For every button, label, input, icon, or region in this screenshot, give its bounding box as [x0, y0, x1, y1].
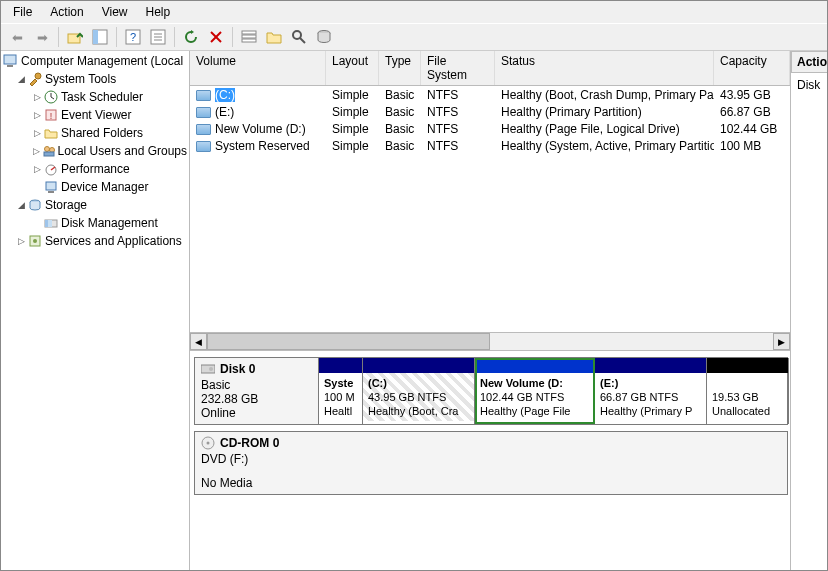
users-icon: [42, 144, 56, 158]
up-button[interactable]: [63, 25, 87, 49]
col-fs[interactable]: File System: [421, 51, 495, 85]
expand-icon[interactable]: ▷: [31, 164, 43, 174]
performance-icon: [43, 162, 59, 176]
cdrom-icon: [201, 436, 215, 450]
volume-row[interactable]: (C:)SimpleBasicNTFSHealthy (Boot, Crash …: [190, 86, 790, 103]
disk-0-row[interactable]: Disk 0 Basic 232.88 GB Online Syste100 M…: [194, 357, 788, 425]
main-pane: Volume Layout Type File System Status Ca…: [190, 51, 791, 570]
expand-icon[interactable]: ▷: [31, 146, 42, 156]
volume-row[interactable]: New Volume (D:)SimpleBasicNTFSHealthy (P…: [190, 120, 790, 137]
tree-local-users[interactable]: Local Users and Groups: [56, 144, 189, 158]
partition[interactable]: New Volume (D:102.44 GB NTFSHealthy (Pag…: [475, 358, 595, 424]
partition[interactable]: 19.53 GBUnallocated: [707, 358, 789, 424]
volume-list-header[interactable]: Volume Layout Type File System Status Ca…: [190, 51, 790, 86]
disk-0-info[interactable]: Disk 0 Basic 232.88 GB Online: [195, 358, 319, 424]
refresh-icon: [183, 29, 199, 45]
properties-button[interactable]: [146, 25, 170, 49]
partition[interactable]: (C:)43.95 GB NTFSHealthy (Boot, Cra: [363, 358, 475, 424]
svg-rect-35: [48, 220, 52, 227]
col-status[interactable]: Status: [495, 51, 714, 85]
device-manager-icon: [43, 180, 59, 194]
menu-view[interactable]: View: [94, 3, 136, 21]
disk-0-basic: Basic: [201, 378, 312, 392]
expand-icon[interactable]: ▷: [15, 236, 27, 246]
svg-text:!: !: [50, 111, 53, 121]
cdrom-name: CD-ROM 0: [220, 436, 279, 450]
back-button[interactable]: ⬅: [5, 25, 29, 49]
tree-shared-folders[interactable]: Shared Folders: [59, 126, 145, 140]
col-type[interactable]: Type: [379, 51, 421, 85]
cdrom-line2: No Media: [201, 476, 313, 490]
svg-rect-13: [242, 39, 256, 42]
cancel-button[interactable]: [204, 25, 228, 49]
volume-icon: [196, 124, 211, 135]
menu-help[interactable]: Help: [138, 3, 179, 21]
expand-icon[interactable]: ▷: [31, 110, 43, 120]
tree-storage[interactable]: Storage: [43, 198, 89, 212]
tree-pane[interactable]: Computer Management (Local ◢ System Tool…: [1, 51, 190, 570]
svg-rect-34: [45, 220, 48, 227]
help-icon: ?: [125, 29, 141, 45]
volume-icon: [196, 141, 211, 152]
show-hide-tree-button[interactable]: [88, 25, 112, 49]
partition[interactable]: (E:)66.87 GB NTFSHealthy (Primary P: [595, 358, 707, 424]
collapse-icon[interactable]: ◢: [15, 74, 27, 84]
open-button[interactable]: [262, 25, 286, 49]
tree-task-scheduler[interactable]: Task Scheduler: [59, 90, 145, 104]
svg-point-37: [33, 239, 37, 243]
computer-management-window: File Action View Help ⬅ ➡ ?: [0, 0, 828, 571]
help-button[interactable]: ?: [121, 25, 145, 49]
settings-button[interactable]: [237, 25, 261, 49]
tree-performance[interactable]: Performance: [59, 162, 132, 176]
find-button[interactable]: [287, 25, 311, 49]
disk-cylinder-icon: [316, 29, 332, 45]
tree-disk-management[interactable]: Disk Management: [59, 216, 160, 230]
expand-icon[interactable]: ▷: [31, 92, 43, 102]
svg-rect-30: [46, 182, 56, 190]
tree-services[interactable]: Services and Applications: [43, 234, 184, 248]
col-volume[interactable]: Volume: [190, 51, 326, 85]
svg-rect-18: [7, 65, 13, 67]
col-layout[interactable]: Layout: [326, 51, 379, 85]
cdrom-row[interactable]: CD-ROM 0 DVD (F:) No Media: [194, 431, 788, 495]
nav-tree[interactable]: Computer Management (Local ◢ System Tool…: [1, 52, 189, 250]
volume-row[interactable]: System ReservedSimpleBasicNTFSHealthy (S…: [190, 137, 790, 154]
volume-rows[interactable]: (C:)SimpleBasicNTFSHealthy (Boot, Crash …: [190, 86, 790, 332]
menu-action[interactable]: Action: [42, 3, 91, 21]
actions-disk-link[interactable]: Disk: [791, 73, 827, 97]
svg-rect-11: [242, 31, 256, 34]
cdrom-partitions: [319, 432, 787, 494]
hscrollbar[interactable]: ◀ ▶: [190, 332, 790, 350]
forward-button[interactable]: ➡: [30, 25, 54, 49]
collapse-icon[interactable]: ◢: [15, 200, 27, 210]
expand-icon[interactable]: ▷: [31, 128, 43, 138]
forward-arrow-icon: ➡: [37, 30, 48, 45]
volume-row[interactable]: (E:)SimpleBasicNTFSHealthy (Primary Part…: [190, 103, 790, 120]
partition[interactable]: Syste100 MHealtl: [319, 358, 363, 424]
actions-pane: Actio Disk: [791, 51, 827, 570]
scroll-left-icon[interactable]: ◀: [190, 333, 207, 350]
cdrom-info[interactable]: CD-ROM 0 DVD (F:) No Media: [195, 432, 319, 494]
hard-disk-icon: [201, 362, 215, 376]
tree-root[interactable]: Computer Management (Local: [19, 54, 185, 68]
properties-icon: [150, 29, 166, 45]
tree-device-manager[interactable]: Device Manager: [59, 180, 150, 194]
col-capacity[interactable]: Capacity: [714, 51, 790, 85]
tree-system-tools[interactable]: System Tools: [43, 72, 118, 86]
refresh-button[interactable]: [179, 25, 203, 49]
tree-event-viewer[interactable]: Event Viewer: [59, 108, 133, 122]
scroll-track[interactable]: [207, 333, 773, 350]
toolbar-separator: [116, 27, 117, 47]
menu-file[interactable]: File: [5, 3, 40, 21]
shared-folder-icon: [43, 126, 59, 140]
disk-0-partitions: Syste100 MHealtl(C:)43.95 GB NTFSHealthy…: [319, 358, 789, 424]
magnifier-icon: [291, 29, 307, 45]
scroll-right-icon[interactable]: ▶: [773, 333, 790, 350]
scroll-thumb[interactable]: [207, 333, 490, 350]
menubar: File Action View Help: [1, 1, 827, 23]
svg-rect-31: [48, 191, 54, 193]
disk-button[interactable]: [312, 25, 336, 49]
svg-rect-12: [242, 35, 256, 38]
disk-graphical-view[interactable]: Disk 0 Basic 232.88 GB Online Syste100 M…: [190, 351, 790, 570]
svg-text:?: ?: [130, 31, 136, 43]
